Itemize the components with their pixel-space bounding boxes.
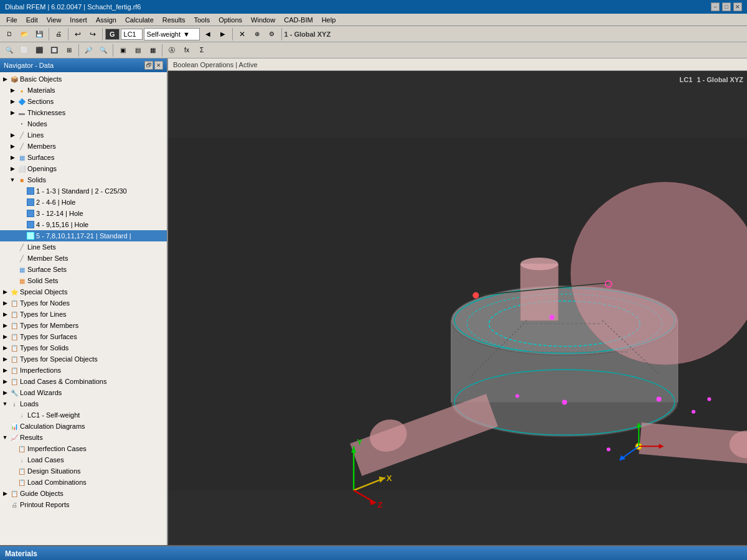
nav-typesforlines[interactable]: ▶ 📋 Types for Lines	[0, 309, 167, 320]
menu-cadbim[interactable]: CAD-BIM	[280, 16, 316, 24]
menu-view[interactable]: View	[43, 16, 65, 24]
render-btn3[interactable]: ▦	[146, 44, 159, 57]
nav-solid-4[interactable]: 4 - 9,15,16 | Hole	[0, 219, 167, 230]
menu-window[interactable]: Window	[247, 16, 279, 24]
menu-options[interactable]: Options	[215, 16, 246, 24]
nav-calcdiag[interactable]: 📊 Calculation Diagrams	[0, 421, 167, 432]
expand-typesformembers[interactable]: ▶	[1, 322, 9, 329]
nav-thicknesses[interactable]: ▶ ▬ Thicknesses	[0, 107, 167, 118]
expand-thick[interactable]: ▶	[9, 109, 16, 116]
view-btn2[interactable]: ⬜	[17, 44, 31, 57]
nav-loadcomb[interactable]: 📋 Load Combinations	[0, 477, 167, 488]
save-btn[interactable]: 💾	[32, 27, 46, 41]
view-btn3[interactable]: ⬛	[32, 44, 46, 57]
tool2[interactable]: ⚙	[265, 27, 279, 41]
print-btn[interactable]: 🖨	[52, 27, 65, 41]
nav-loadcasesres[interactable]: ↓ Load Cases	[0, 454, 167, 465]
expand-imperfections[interactable]: ▶	[1, 366, 9, 374]
nav-imperfcases[interactable]: 📋 Imperfection Cases	[0, 443, 167, 454]
menu-tools[interactable]: Tools	[190, 16, 214, 24]
lc-next[interactable]: ▶	[216, 27, 230, 41]
zoom-in[interactable]: 🔎	[82, 44, 95, 57]
expand-loads[interactable]: ▼	[1, 400, 9, 408]
redo-btn[interactable]: ↪	[86, 27, 100, 41]
nav-solid-3[interactable]: 3 - 12-14 | Hole	[0, 208, 167, 219]
minimize-button[interactable]: −	[711, 2, 720, 11]
nav-openings[interactable]: ▶ ⬜ Openings	[0, 163, 167, 174]
expand-typesforsolids[interactable]: ▶	[1, 344, 9, 352]
menu-insert[interactable]: Insert	[66, 16, 91, 24]
nav-solids[interactable]: ▼ ■ Solids	[0, 174, 167, 185]
disp-btn3[interactable]: Σ	[195, 44, 209, 57]
nav-typesfornodes[interactable]: ▶ 📋 Types for Nodes	[0, 297, 167, 309]
nav-surfaces[interactable]: ▶ ▦ Surfaces	[0, 152, 167, 163]
maximize-button[interactable]: □	[722, 2, 731, 11]
tool1[interactable]: ⊕	[250, 27, 264, 41]
nav-guideobj[interactable]: ▶ 📋 Guide Objects	[0, 488, 167, 499]
lc-name-dropdown[interactable]: Self-weight ▼	[144, 28, 200, 40]
zoom-out[interactable]: 🔍	[96, 44, 110, 57]
disp-btn1[interactable]: Ⓐ	[165, 44, 179, 57]
nav-loadcases[interactable]: ▶ 📋 Load Cases & Combinations	[0, 376, 167, 387]
expand-basic[interactable]: ▶	[1, 75, 9, 83]
expand-openings[interactable]: ▶	[9, 165, 16, 172]
nav-imperfections[interactable]: ▶ 📋 Imperfections	[0, 365, 167, 376]
lc-prev[interactable]: ◀	[201, 27, 215, 41]
menu-help[interactable]: Help	[318, 16, 340, 24]
nav-typesformembers[interactable]: ▶ 📋 Types for Members	[0, 320, 167, 331]
nav-close-btn[interactable]: ✕	[154, 61, 163, 70]
menu-assign[interactable]: Assign	[92, 16, 120, 24]
menu-results[interactable]: Results	[159, 16, 189, 24]
nav-basic-objects[interactable]: ▶ 📦 Basic Objects	[0, 73, 167, 85]
nav-typesforsolids[interactable]: ▶ 📋 Types for Solids	[0, 342, 167, 353]
expand-lines[interactable]: ▶	[9, 131, 16, 139]
expand-typesforlines[interactable]: ▶	[1, 310, 9, 318]
expand-loadcases[interactable]: ▶	[1, 378, 9, 385]
expand-materials[interactable]: ▶	[9, 86, 16, 94]
expand-typesforsurfaces[interactable]: ▶	[1, 333, 9, 340]
expand-typesforspecial[interactable]: ▶	[1, 355, 9, 363]
expand-guideobj[interactable]: ▶	[1, 490, 9, 497]
nav-members[interactable]: ▶ ╱ Members	[0, 141, 167, 152]
nav-restore-btn[interactable]: 🗗	[144, 61, 153, 70]
expand-results[interactable]: ▼	[1, 434, 9, 441]
menu-file[interactable]: File	[2, 16, 21, 24]
view-btn5[interactable]: ⊞	[62, 44, 76, 57]
nav-linesets[interactable]: ╱ Line Sets	[0, 241, 167, 253]
view-btn1[interactable]: 🔍	[2, 44, 16, 57]
nav-solid-2[interactable]: 2 - 4-6 | Hole	[0, 197, 167, 208]
nav-printout[interactable]: 🖨 Printout Reports	[0, 499, 167, 510]
expand-members[interactable]: ▶	[9, 142, 16, 150]
expand-loadwizards[interactable]: ▶	[1, 389, 9, 396]
menu-calculate[interactable]: Calculate	[121, 16, 157, 24]
open-btn[interactable]: 📂	[17, 27, 31, 41]
nav-sections[interactable]: ▶ 🔷 Sections	[0, 96, 167, 107]
nav-lines[interactable]: ▶ ╱ Lines	[0, 129, 167, 141]
nav-solidsets[interactable]: ▦ Solid Sets	[0, 275, 167, 286]
nav-lc1[interactable]: ↓ LC1 - Self-weight	[0, 409, 167, 421]
undo-btn[interactable]: ↩	[71, 27, 85, 41]
expand-surfaces[interactable]: ▶	[9, 154, 16, 161]
nav-results[interactable]: ▼ 📈 Results	[0, 432, 167, 443]
close-button[interactable]: ✕	[733, 2, 742, 11]
nav-nodes[interactable]: · Nodes	[0, 118, 167, 129]
nav-solid-5[interactable]: 5 - 7,8,10,11,17-21 | Standard |	[0, 230, 167, 241]
disp-btn2[interactable]: fx	[180, 44, 194, 57]
nav-membersets[interactable]: ╱ Member Sets	[0, 253, 167, 264]
nav-loadwizards[interactable]: ▶ 🔧 Load Wizards	[0, 387, 167, 398]
expand-solids[interactable]: ▼	[9, 176, 16, 184]
viewport[interactable]: Boolean Operations | Active	[168, 58, 747, 545]
nav-typesforspecial[interactable]: ▶ 📋 Types for Special Objects	[0, 353, 167, 365]
nav-typesforsurfaces[interactable]: ▶ 📋 Types for Surfaces	[0, 331, 167, 342]
nav-specialobj[interactable]: ▶ ⭐ Special Objects	[0, 286, 167, 297]
select-btn[interactable]: ✕	[235, 27, 249, 41]
new-btn[interactable]: 🗋	[2, 27, 16, 41]
nav-designsit[interactable]: 📋 Design Situations	[0, 465, 167, 477]
render-btn1[interactable]: ▣	[116, 44, 129, 57]
expand-specialobj[interactable]: ▶	[1, 288, 9, 296]
nav-loads[interactable]: ▼ ↓ Loads	[0, 398, 167, 409]
expand-typesfornodes[interactable]: ▶	[1, 299, 9, 307]
nav-surfacesets[interactable]: ▦ Surface Sets	[0, 264, 167, 275]
nav-materials[interactable]: ▶ ⬥ Materials	[0, 85, 167, 96]
expand-sections[interactable]: ▶	[9, 98, 16, 105]
